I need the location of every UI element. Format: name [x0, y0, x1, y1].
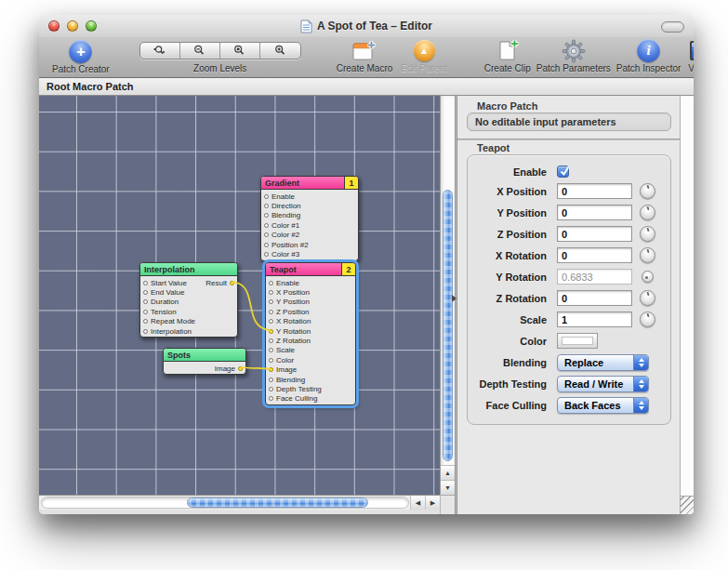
arrow-up-icon — [639, 379, 644, 383]
input-port[interactable] — [143, 299, 148, 304]
scroll-left-button[interactable]: ◀ — [410, 496, 425, 510]
patch-node-teapot[interactable]: Teapot2EnableX PositionY PositionZ Posit… — [265, 262, 356, 405]
create-clip-button[interactable]: Create Clip — [484, 38, 531, 73]
create-macro-button[interactable]: Create Macro — [337, 38, 393, 73]
window-chrome: A Spot of Tea – Editor + Patch Creator — [39, 15, 694, 78]
input-port[interactable] — [264, 243, 269, 247]
scroll-right-button[interactable]: ▶ — [425, 496, 440, 510]
input-port[interactable] — [264, 232, 269, 237]
input-port[interactable] — [143, 281, 148, 285]
horizontal-scroll-track[interactable] — [41, 497, 409, 509]
patch-parameters-button[interactable]: Patch Parameters — [536, 38, 611, 73]
value-field[interactable] — [557, 183, 632, 199]
zoom-in-button[interactable] — [260, 43, 300, 59]
node-port-row: Direction — [261, 201, 358, 210]
teapot-section-title: Teapot — [477, 142, 510, 153]
value-field[interactable] — [557, 290, 632, 306]
patch-inspector-button[interactable]: i Patch Inspector — [616, 38, 681, 73]
zoom-button[interactable] — [86, 20, 97, 32]
zoom-actual-size-button[interactable] — [140, 43, 180, 59]
dial-knob[interactable] — [640, 247, 655, 263]
edit-parent-button[interactable]: ▲ Edit Parent — [401, 38, 446, 73]
parameter-row: Face CullingBack Faces — [468, 394, 670, 416]
vertical-scroll-thumb[interactable] — [443, 190, 453, 461]
input-port[interactable] — [269, 367, 273, 372]
close-button[interactable] — [48, 20, 60, 32]
input-port[interactable] — [264, 204, 269, 208]
input-port-label: Blending — [271, 211, 300, 219]
output-port[interactable] — [238, 366, 243, 371]
input-port[interactable] — [269, 310, 273, 314]
zoom-actual-icon — [153, 45, 165, 57]
input-port[interactable] — [143, 329, 148, 334]
minimize-button[interactable] — [67, 20, 78, 32]
input-port[interactable] — [269, 329, 273, 334]
patch-node-spots[interactable]: SpotsImage — [163, 348, 246, 375]
popup-menu[interactable]: Read / Write — [557, 376, 649, 392]
value-field[interactable] — [557, 247, 632, 263]
patch-node-gradient[interactable]: Gradient1EnableDirectionBlendingColor #1… — [260, 176, 359, 261]
input-port[interactable] — [269, 338, 273, 343]
value-field[interactable] — [557, 226, 632, 242]
input-port[interactable] — [143, 310, 148, 314]
input-port[interactable] — [269, 378, 273, 382]
dial-knob[interactable] — [640, 312, 655, 327]
patch-creator-button[interactable]: + Patch Creator — [52, 39, 110, 74]
patch-node-interpolation[interactable]: InterpolationStart ValueResultEnd ValueD… — [139, 262, 238, 338]
output-port[interactable] — [230, 281, 234, 285]
parameter-row: Y Position — [468, 202, 670, 223]
parameter-row: Y Rotation — [468, 266, 670, 287]
value-field[interactable] — [557, 312, 632, 327]
node-title-bar: Spots — [164, 349, 245, 362]
popup-arrows-icon — [633, 398, 648, 413]
panel-scroll-track[interactable] — [680, 96, 694, 496]
resize-grip[interactable] — [680, 496, 694, 514]
dial-knob[interactable] — [640, 290, 655, 306]
editor-window: A Spot of Tea – Editor + Patch Creator — [39, 15, 694, 514]
input-port[interactable] — [264, 194, 269, 199]
color-well[interactable] — [557, 333, 598, 349]
input-port[interactable] — [269, 290, 273, 295]
enable-checkbox[interactable] — [557, 166, 569, 178]
input-port[interactable] — [269, 281, 273, 285]
value-field[interactable] — [557, 205, 632, 220]
input-port[interactable] — [269, 358, 273, 363]
toolbar-toggle-pill[interactable] — [661, 21, 684, 33]
viewer-button[interactable]: Viewer — [688, 38, 694, 73]
popup-menu[interactable]: Back Faces — [557, 397, 649, 414]
title-bar[interactable]: A Spot of Tea – Editor — [39, 15, 694, 37]
dial-knob[interactable] — [640, 205, 655, 220]
popup-menu[interactable]: Replace — [557, 354, 649, 371]
zoom-fit-button[interactable] — [220, 43, 260, 59]
input-port[interactable] — [264, 223, 269, 228]
input-port-label: Z Position — [276, 308, 310, 316]
zoom-out-button[interactable] — [180, 43, 220, 59]
horizontal-scroll-thumb[interactable] — [187, 497, 368, 508]
input-port-label: X Position — [276, 288, 310, 297]
input-port[interactable] — [269, 348, 273, 352]
input-port[interactable] — [269, 299, 273, 304]
input-port[interactable] — [269, 319, 273, 324]
section-divider — [457, 139, 680, 140]
horizontal-scroll-arrows: ◀ ▶ — [410, 496, 440, 510]
node-title-bar: Interpolation — [140, 263, 237, 276]
root-macro-patch-bar: Root Macro Patch — [39, 78, 694, 96]
node-port-row: X Rotation — [266, 317, 355, 326]
dial-knob[interactable] — [640, 183, 655, 199]
node-port-row: X Position — [266, 287, 355, 297]
dial-knob[interactable] — [640, 226, 655, 242]
content-area: Gradient1EnableDirectionBlendingColor #1… — [39, 96, 694, 514]
input-port[interactable] — [143, 290, 148, 295]
input-port[interactable] — [269, 396, 273, 401]
node-port-row: Scale — [266, 346, 355, 355]
input-port[interactable] — [264, 213, 269, 218]
zoom-levels-group: Zoom Levels — [139, 42, 301, 73]
input-port[interactable] — [143, 319, 148, 324]
scroll-down-button[interactable]: ▼ — [441, 480, 455, 495]
scroll-up-button[interactable]: ▲ — [441, 465, 455, 480]
patch-canvas[interactable]: Gradient1EnableDirectionBlendingColor #1… — [39, 96, 440, 495]
value-field[interactable] — [557, 269, 632, 285]
dial-knob[interactable] — [642, 271, 654, 283]
input-port[interactable] — [264, 252, 269, 257]
input-port[interactable] — [269, 387, 273, 391]
